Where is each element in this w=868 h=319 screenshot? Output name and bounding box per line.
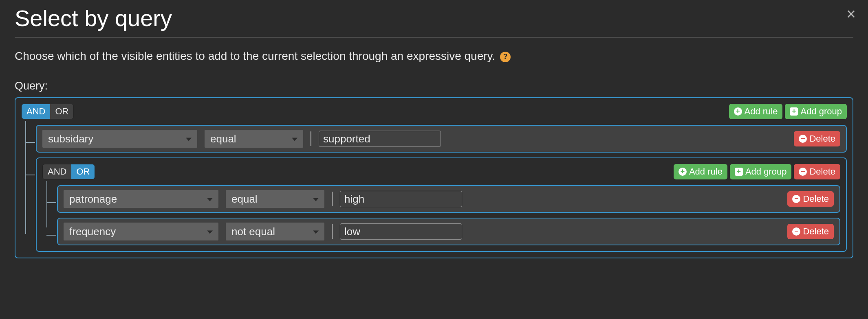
add-rule-button[interactable]: Add rule (674, 164, 727, 179)
value-input[interactable] (340, 223, 462, 240)
condition-or[interactable]: OR (50, 104, 73, 119)
delete-rule-button[interactable]: Delete (787, 191, 834, 207)
rule-item: patronage equal (57, 185, 840, 213)
nested-query-group: AND OR Add rule Add group (36, 157, 847, 252)
delete-label: Delete (809, 166, 835, 177)
caret-down-icon (313, 198, 319, 201)
separator (332, 192, 333, 206)
plus-circle-icon (679, 168, 687, 176)
field-select[interactable]: frequency (64, 223, 218, 240)
separator (311, 131, 311, 146)
close-icon[interactable]: × (846, 6, 856, 22)
query-rule: subsidary equal Delete (36, 125, 847, 153)
caret-down-icon (292, 138, 297, 141)
field-select[interactable]: patronage (64, 190, 218, 208)
group-header: AND OR Add rule Add group (42, 164, 840, 179)
add-group-button[interactable]: Add group (785, 104, 847, 119)
add-group-label: Add group (800, 106, 842, 117)
delete-label: Delete (803, 226, 829, 237)
operator-select[interactable]: equal (226, 190, 324, 208)
delete-label: Delete (809, 133, 835, 144)
group-children: subsidary equal Delete (21, 125, 847, 252)
dialog-title: Select by query (15, 5, 853, 31)
field-value: frequency (69, 225, 116, 238)
condition-and[interactable]: AND (43, 164, 71, 179)
dialog-description: Choose which of the visible entities to … (15, 50, 853, 63)
delete-rule-button[interactable]: Delete (794, 131, 840, 146)
caret-down-icon (207, 198, 213, 201)
operator-value: not equal (231, 225, 275, 238)
condition-and[interactable]: AND (22, 104, 50, 119)
plus-square-icon (735, 168, 743, 176)
delete-rule-button[interactable]: Delete (787, 224, 834, 239)
field-select[interactable]: subsidary (42, 130, 197, 148)
plus-circle-icon (734, 107, 742, 116)
query-rule: patronage equal (57, 185, 840, 213)
field-value: subsidary (48, 133, 93, 145)
rule-item: frequency not equal (57, 218, 840, 245)
minus-circle-icon (792, 195, 800, 203)
add-rule-label: Add rule (745, 106, 778, 117)
delete-group-button[interactable]: Delete (794, 164, 840, 179)
caret-down-icon (207, 231, 213, 234)
group-children: patronage equal (42, 185, 840, 245)
description-text: Choose which of the visible entities to … (15, 50, 495, 62)
divider (15, 37, 853, 37)
value-input[interactable] (319, 131, 441, 147)
operator-value: equal (210, 133, 236, 145)
separator (332, 224, 333, 239)
condition-toggle: AND OR (21, 104, 74, 119)
plus-square-icon (790, 107, 798, 116)
group-item: AND OR Add rule Add group (36, 157, 847, 252)
delete-label: Delete (803, 194, 829, 204)
operator-select[interactable]: equal (205, 130, 303, 148)
add-rule-label: Add rule (689, 166, 723, 177)
add-group-button[interactable]: Add group (730, 164, 792, 179)
rule-item: subsidary equal Delete (36, 125, 847, 153)
root-query-group: AND OR Add rule Add group subsidary (15, 97, 853, 258)
add-rule-button[interactable]: Add rule (729, 104, 783, 119)
query-dialog: × Select by query Choose which of the vi… (0, 0, 868, 270)
query-label: Query: (15, 80, 853, 92)
minus-circle-icon (792, 227, 800, 236)
help-icon[interactable]: ? (500, 52, 511, 62)
add-group-label: Add group (745, 166, 787, 177)
minus-circle-icon (799, 135, 807, 143)
condition-or[interactable]: OR (71, 164, 95, 179)
condition-toggle: AND OR (42, 164, 95, 179)
minus-circle-icon (799, 168, 807, 176)
caret-down-icon (186, 138, 192, 141)
group-header: AND OR Add rule Add group (21, 104, 847, 119)
query-rule: frequency not equal (57, 218, 840, 245)
operator-value: equal (231, 193, 258, 205)
value-input[interactable] (340, 191, 462, 207)
caret-down-icon (313, 231, 319, 234)
field-value: patronage (69, 193, 117, 205)
operator-select[interactable]: not equal (226, 223, 324, 240)
